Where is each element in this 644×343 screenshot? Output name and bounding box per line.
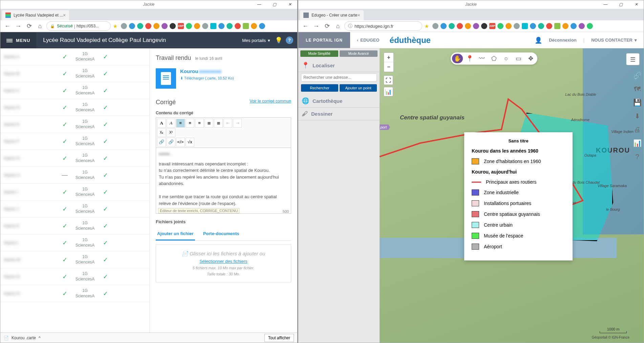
- ext-icon[interactable]: [243, 23, 249, 29]
- outdent-button[interactable]: ⇤: [223, 119, 232, 128]
- ext-icon[interactable]: [465, 23, 471, 29]
- ext-icon[interactable]: [218, 23, 224, 29]
- chart-tool[interactable]: 📊: [631, 136, 644, 150]
- close-button[interactable]: ✕: [628, 0, 644, 9]
- home-button[interactable]: ⌂: [334, 22, 342, 30]
- browser-tab[interactable]: Lycée Raoul Vadepied et ... ×: [2, 10, 69, 20]
- formula-button[interactable]: √x: [186, 138, 194, 146]
- tab-close-icon[interactable]: ×: [357, 13, 360, 18]
- editor-textarea[interactable]: xxxxx , travail intéressant mais cependa…: [156, 148, 291, 209]
- ext-icon[interactable]: [449, 23, 455, 29]
- dessiner-section[interactable]: 🖌 Dessiner: [298, 108, 380, 120]
- contact-link[interactable]: NOUS CONTACTER ▾: [591, 38, 637, 43]
- ext-icon[interactable]: [579, 23, 585, 29]
- student-row[interactable]: Name A ✓ 1GSciencesA ✓: [0, 48, 149, 65]
- ext-icon[interactable]: [546, 23, 552, 29]
- ext-icon[interactable]: [432, 23, 438, 29]
- student-row[interactable]: Name D ✓ 1GSciencesA ✓: [0, 99, 149, 116]
- save-tool[interactable]: 💾: [631, 96, 644, 109]
- student-row[interactable]: Name I ✓ 1GSciencesA ✓: [0, 184, 149, 201]
- print-tool[interactable]: 🖨: [631, 123, 644, 136]
- link-button[interactable]: 🔗: [157, 138, 166, 146]
- student-row[interactable]: Name K ✓ 1GSciencesA ✓: [0, 218, 149, 234]
- portals-dropdown[interactable]: Mes portails ▾: [237, 35, 275, 46]
- url-input[interactable]: 🔒 Sécurisé | https://053...: [46, 21, 111, 31]
- url-input[interactable]: ⓘ https://edugeo.ign.fr: [344, 21, 422, 31]
- align-left-button[interactable]: ≡: [176, 119, 185, 128]
- back-button[interactable]: ←: [301, 22, 310, 30]
- mode-avance-button[interactable]: Mode Avancé: [340, 50, 378, 57]
- list-ol-button[interactable]: ≣: [205, 119, 213, 128]
- ext-icon[interactable]: [587, 23, 593, 29]
- ext-icon[interactable]: [481, 23, 487, 29]
- drop-zone[interactable]: 📄 Glisser ici les fichiers à ajouter ou …: [156, 244, 291, 282]
- ext-icon[interactable]: [235, 23, 241, 29]
- bookmark-icon[interactable]: ★: [113, 23, 119, 29]
- close-button[interactable]: ✕: [282, 0, 297, 9]
- ext-icon[interactable]: [145, 23, 151, 29]
- ext-icon[interactable]: [522, 23, 528, 29]
- help-tool[interactable]: ?: [631, 150, 644, 163]
- student-row[interactable]: Name J ✓ 1GSciencesA ✓: [0, 201, 149, 218]
- ext-icon[interactable]: [121, 23, 127, 29]
- maximize-button[interactable]: ▢: [613, 0, 628, 9]
- download-link[interactable]: ⬇ Télécharger (.carte, 10.52 Ko): [180, 76, 234, 81]
- ajouter-point-button[interactable]: Ajouter un point: [340, 84, 377, 92]
- student-list[interactable]: Name A ✓ 1GSciencesA ✓ Name B ✓ 1GScienc…: [0, 48, 149, 333]
- stats-button[interactable]: 📊: [384, 87, 393, 96]
- portail-ign-button[interactable]: LE PORTAIL IGN: [298, 32, 350, 48]
- student-row[interactable]: Name G ✓ 1GSciencesA ✓: [0, 150, 149, 167]
- ext-icon[interactable]: [137, 23, 143, 29]
- download-tool[interactable]: ⬇: [631, 109, 644, 123]
- ext-icon[interactable]: [530, 23, 536, 29]
- map-tool[interactable]: 🗺: [631, 82, 644, 96]
- ext-icon[interactable]: [473, 23, 479, 29]
- rechercher-button[interactable]: Rechercher: [301, 84, 338, 92]
- student-row[interactable]: Name E ✓ 1GSciencesA ✓: [0, 116, 149, 133]
- student-row[interactable]: Name N ✓ 1GSciencesA ✓: [0, 268, 149, 285]
- unlink-button[interactable]: 🔗: [167, 138, 175, 146]
- subscript-button[interactable]: X₂: [157, 128, 166, 137]
- minimize-button[interactable]: —: [252, 0, 267, 9]
- zoom-in-button[interactable]: +: [384, 53, 393, 62]
- ext-icon[interactable]: [153, 23, 159, 29]
- ext-icon[interactable]: [538, 23, 544, 29]
- ext-icon[interactable]: [506, 23, 512, 29]
- ext-icon[interactable]: [514, 23, 520, 29]
- downloaded-file[interactable]: 📄 Kourou .carte ^: [4, 336, 41, 340]
- reload-button[interactable]: ⟳: [25, 22, 34, 30]
- abp-icon[interactable]: ABP: [178, 23, 184, 29]
- align-center-button[interactable]: ≡: [186, 119, 194, 128]
- corrige-commun-link[interactable]: Voir le corrigé commun: [250, 99, 291, 104]
- italic-button[interactable]: A: [167, 119, 175, 128]
- source-button[interactable]: </>: [176, 138, 185, 146]
- ext-icon[interactable]: [259, 23, 265, 29]
- file-link[interactable]: Kourouxxxxxxxx: [180, 68, 221, 74]
- ext-icon[interactable]: [194, 23, 200, 29]
- ext-icon[interactable]: [457, 23, 463, 29]
- mode-simplifie-button[interactable]: Mode Simplifié: [300, 50, 338, 57]
- select-files-link[interactable]: Sélectionner des fichiers: [162, 259, 285, 264]
- superscript-button[interactable]: X²: [167, 128, 175, 137]
- rect-tool[interactable]: ▭: [513, 54, 524, 63]
- abp-icon[interactable]: ABP: [489, 23, 495, 29]
- ext-icon[interactable]: [227, 23, 233, 29]
- ext-icon[interactable]: [562, 23, 568, 29]
- cartotheque-section[interactable]: 🌐 Cartothèque: [298, 94, 380, 108]
- circle-tool[interactable]: ○: [501, 54, 512, 63]
- ext-icon[interactable]: [170, 23, 176, 29]
- reload-button[interactable]: ⟳: [323, 22, 331, 30]
- forward-button[interactable]: →: [14, 22, 23, 30]
- tab-close-icon[interactable]: ×: [63, 13, 66, 18]
- home-button[interactable]: ⌂: [36, 22, 44, 30]
- zoom-out-button[interactable]: −: [384, 62, 393, 72]
- forward-button[interactable]: →: [312, 22, 321, 30]
- deconnexion-link[interactable]: Déconnexion: [549, 38, 577, 43]
- ext-icon[interactable]: [571, 23, 577, 29]
- ext-icon[interactable]: [129, 23, 135, 29]
- student-row[interactable]: Name H — 1GSciencesA ✓: [0, 167, 149, 184]
- ext-icon[interactable]: [497, 23, 503, 29]
- polygon-tool[interactable]: ⬠: [489, 54, 499, 63]
- ext-icon[interactable]: [441, 23, 447, 29]
- fullscreen-button[interactable]: ⛶: [384, 75, 393, 85]
